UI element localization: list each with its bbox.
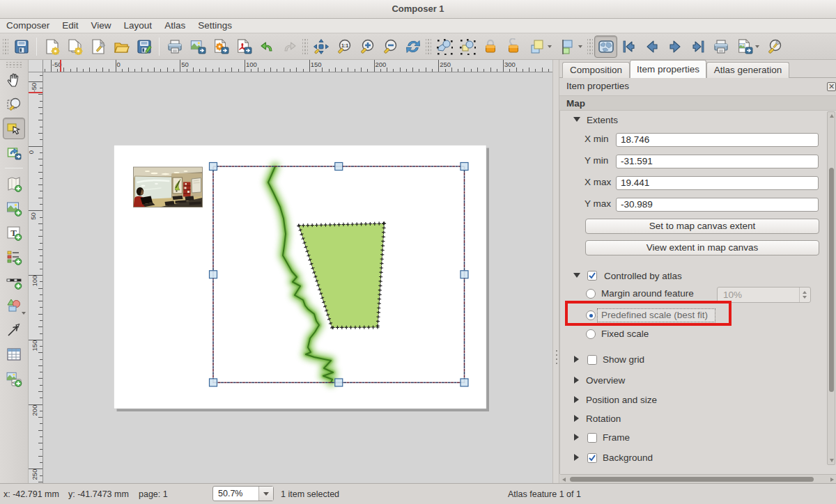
close-panel-icon[interactable]: ✕ xyxy=(827,82,836,91)
add-map-button[interactable] xyxy=(3,173,25,194)
add-html-button[interactable]: </> xyxy=(3,368,25,389)
tab-composition[interactable]: Composition xyxy=(562,62,630,78)
extent-field-x-min[interactable]: 18.746 xyxy=(616,133,819,147)
atlas-preview-button[interactable] xyxy=(594,36,617,58)
controlled-by-atlas-checkbox[interactable] xyxy=(587,271,597,281)
menu-view[interactable]: View xyxy=(85,19,118,33)
extent-field-x-max[interactable]: 19.441 xyxy=(616,176,819,190)
horizontal-scrollbar[interactable] xyxy=(560,474,836,483)
move-item-content-button[interactable] xyxy=(3,142,25,164)
unlock-all-button[interactable] xyxy=(502,36,525,58)
rotation-expander-icon[interactable] xyxy=(574,415,579,422)
move-item-content2-button[interactable] xyxy=(456,36,479,58)
toolbar-drag-handle[interactable] xyxy=(6,62,22,68)
add-arrow-button[interactable] xyxy=(3,319,25,340)
tab-atlas-generation[interactable]: Atlas generation xyxy=(706,62,789,78)
zoom-in-button[interactable] xyxy=(355,36,378,58)
show-grid-expander-icon[interactable] xyxy=(574,356,579,363)
radio-label[interactable]: Margin around feature xyxy=(601,288,694,299)
spinner-down-icon[interactable] xyxy=(803,296,807,299)
menu-atlas[interactable]: Atlas xyxy=(158,19,192,33)
set-to-map-canvas-extent-button[interactable]: Set to map canvas extent xyxy=(585,219,819,234)
save-project-button[interactable] xyxy=(10,36,33,58)
new-composition-button[interactable] xyxy=(40,36,63,58)
load-from-template-button[interactable] xyxy=(109,36,132,58)
atlas-print-button[interactable] xyxy=(709,36,732,58)
add-label-icon: T xyxy=(6,224,22,241)
background-expander-icon[interactable] xyxy=(574,454,579,461)
atlas-expander-icon[interactable] xyxy=(573,273,580,278)
duplicate-composition-button[interactable] xyxy=(63,36,86,58)
refresh-view-button[interactable] xyxy=(401,36,424,58)
panel-splitter[interactable] xyxy=(552,60,559,483)
pan-button[interactable] xyxy=(3,69,25,90)
vertical-scrollbar[interactable] xyxy=(827,111,835,465)
select-move-item-button[interactable] xyxy=(3,118,25,139)
selection-handle xyxy=(335,163,343,171)
export-pdf-button[interactable] xyxy=(232,36,255,58)
zoom-tool-button[interactable] xyxy=(3,93,25,115)
atlas-prev-button[interactable] xyxy=(640,36,663,58)
extents-expander-icon[interactable] xyxy=(573,117,580,122)
atlas-last-button[interactable] xyxy=(686,36,709,58)
save-as-template-button[interactable] xyxy=(132,36,155,58)
add-shape-button[interactable] xyxy=(3,294,25,316)
image-item-photo xyxy=(134,167,203,207)
add-scalebar-button[interactable] xyxy=(3,270,25,292)
menu-settings[interactable]: Settings xyxy=(192,19,238,33)
position-and-size-expander-icon[interactable] xyxy=(574,396,579,403)
add-image-button[interactable] xyxy=(3,197,25,219)
zoom-level-combo[interactable]: 50.7% xyxy=(212,486,274,501)
undo-button[interactable] xyxy=(255,36,278,58)
view-extent-in-map-canvas-button[interactable]: View extent in map canvas xyxy=(585,240,819,255)
export-svg-button[interactable] xyxy=(209,36,232,58)
frame-expander-icon[interactable] xyxy=(574,434,579,441)
radio-label[interactable]: Fixed scale xyxy=(601,329,649,339)
toolbar-drag-handle[interactable] xyxy=(302,39,308,54)
composition-manager-button[interactable] xyxy=(86,36,109,58)
select-items-button[interactable] xyxy=(433,36,456,58)
overview-expander-icon[interactable] xyxy=(574,377,579,384)
atlas-settings-button[interactable] xyxy=(763,36,786,58)
lock-items-button[interactable] xyxy=(479,36,502,58)
spinner-up-icon[interactable] xyxy=(803,291,807,294)
scroll-left-icon[interactable] xyxy=(562,478,566,482)
zoom-full-button[interactable] xyxy=(309,36,332,58)
menu-edit[interactable]: Edit xyxy=(56,19,84,33)
atlas-export-button[interactable] xyxy=(732,36,763,58)
export-image-button[interactable] xyxy=(186,36,209,58)
add-label-button[interactable]: T xyxy=(3,221,25,243)
radio-margin-around-feature[interactable] xyxy=(586,289,596,299)
extent-field-y-min[interactable]: -31.591 xyxy=(616,155,819,168)
radio-fixed-scale[interactable] xyxy=(586,329,596,339)
align-items-button[interactable] xyxy=(555,36,586,58)
extent-field-y-max[interactable]: -30.989 xyxy=(616,198,819,212)
menu-composer[interactable]: Composer xyxy=(0,19,56,33)
tab-item-properties[interactable]: Item properties xyxy=(630,60,706,78)
background-checkbox[interactable] xyxy=(587,453,597,463)
composition-viewport[interactable] xyxy=(43,72,552,483)
scroll-right-icon[interactable] xyxy=(830,478,834,482)
vertical-ruler: -50050100150200250 xyxy=(29,72,43,483)
add-table-button[interactable] xyxy=(3,343,25,365)
toolbar-drag-handle[interactable] xyxy=(426,39,431,54)
show-grid-checkbox[interactable] xyxy=(587,355,597,365)
zoom-out-button[interactable] xyxy=(378,36,401,58)
title-bar[interactable]: Composer 1 xyxy=(0,0,836,19)
raise-items-button[interactable] xyxy=(525,36,555,58)
menu-layout[interactable]: Layout xyxy=(118,19,159,33)
selection-handle xyxy=(210,379,217,386)
scroll-up-icon[interactable] xyxy=(830,114,834,118)
toolbar-drag-handle[interactable] xyxy=(587,39,593,54)
scroll-down-icon[interactable] xyxy=(830,459,834,462)
toolbar-drag-handle[interactable] xyxy=(3,39,8,54)
frame-checkbox[interactable] xyxy=(587,433,597,443)
add-legend-button[interactable] xyxy=(3,246,25,267)
print-button[interactable] xyxy=(163,36,186,58)
atlas-next-button[interactable] xyxy=(663,36,686,58)
zoom-combo-button[interactable] xyxy=(258,487,273,501)
atlas-first-button[interactable] xyxy=(617,36,640,58)
redo-button[interactable] xyxy=(278,36,301,58)
zoom-actual-button[interactable]: 1:1 xyxy=(332,36,355,58)
atlas-first-icon xyxy=(621,38,637,55)
